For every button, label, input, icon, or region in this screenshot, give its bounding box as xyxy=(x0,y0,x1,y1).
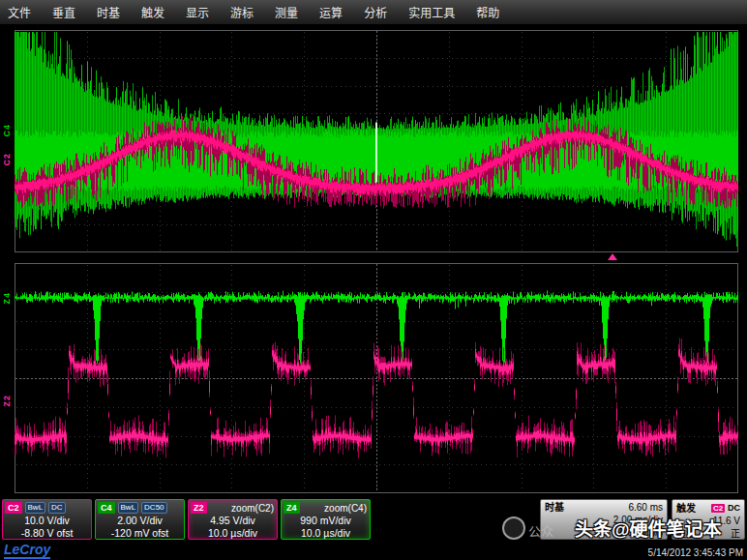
menu-bar: 文件 垂直 时基 触发 显示 游标 测量 运算 分析 实用工具 帮助 xyxy=(0,0,747,25)
c4-volts-per-div: 2.00 V/div xyxy=(96,515,184,527)
timebase-label: 时基 xyxy=(545,501,564,514)
c2-coupling-badge: DC xyxy=(48,502,66,514)
trigger-position-marker[interactable] xyxy=(608,253,617,260)
channel-label-c2: C2 xyxy=(2,153,12,166)
menu-math[interactable]: 运算 xyxy=(319,4,343,20)
c4-offset: -120 mV ofst xyxy=(96,527,184,540)
trigger-slope: 正 xyxy=(731,527,740,540)
zoom-waveform-grid[interactable] xyxy=(15,263,740,495)
z4-source: zoom(C4) xyxy=(324,503,367,514)
descriptor-z4[interactable]: Z4 zoom(C4) 990 mV/div 10.0 µs/div xyxy=(281,499,371,540)
datetime-readout: 5/14/2012 3:45:43 PM xyxy=(648,547,743,558)
z2-volts-per-div: 4.95 V/div xyxy=(189,515,277,527)
descriptor-z2[interactable]: Z2 zoom(C2) 4.95 V/div 10.0 µs/div xyxy=(188,499,278,540)
channel-label-c4: C4 xyxy=(2,124,12,137)
descriptor-c4[interactable]: C4 BwL DC50 2.00 V/div -120 mV ofst xyxy=(95,499,185,540)
channel-label-z4: Z4 xyxy=(2,292,12,305)
trigger-label: 触发 xyxy=(676,502,696,515)
z2-chip: Z2 xyxy=(191,502,207,514)
menu-utilities[interactable]: 实用工具 xyxy=(408,4,455,20)
c2-volts-per-div: 10.0 V/div xyxy=(3,515,91,527)
menu-cursors[interactable]: 游标 xyxy=(230,4,254,20)
wechat-badge-icon xyxy=(502,516,525,540)
menu-file[interactable]: 文件 xyxy=(8,4,31,20)
c2-offset: -8.80 V ofst xyxy=(3,527,91,540)
z4-time-per-div: 10.0 µs/div xyxy=(282,527,370,540)
z2-source: zoom(C2) xyxy=(231,503,274,514)
main-waveform-canvas[interactable] xyxy=(15,30,738,252)
watermark-text: 头条@硬件笔记本 xyxy=(575,515,722,541)
watermark-prefix: 公众 xyxy=(528,521,553,540)
z2-time-per-div: 10.0 µs/div xyxy=(189,527,277,540)
zoom-waveform-canvas[interactable] xyxy=(15,263,738,493)
menu-vertical[interactable]: 垂直 xyxy=(52,4,75,20)
c4-coupling-badge: DC50 xyxy=(141,502,166,514)
descriptor-c2[interactable]: C2 BwL DC 10.0 V/div -8.80 V ofst xyxy=(2,499,92,540)
menu-measure[interactable]: 测量 xyxy=(275,4,298,20)
menu-timebase[interactable]: 时基 xyxy=(97,4,120,20)
descriptor-row: C2 BwL DC 10.0 V/div -8.80 V ofst C4 BwL… xyxy=(2,499,374,542)
z4-volts-per-div: 990 mV/div xyxy=(282,515,370,527)
main-waveform-grid[interactable] xyxy=(15,30,740,254)
channel-label-z2: Z2 xyxy=(2,395,12,407)
menu-trigger[interactable]: 触发 xyxy=(141,4,164,20)
trigger-coupling: DC xyxy=(728,503,740,513)
c2-bwl-badge: BwL xyxy=(25,502,46,514)
z4-chip: Z4 xyxy=(284,502,300,514)
menu-help[interactable]: 帮助 xyxy=(476,4,499,20)
menu-analysis[interactable]: 分析 xyxy=(364,4,387,20)
c2-chip: C2 xyxy=(5,502,22,514)
c4-chip: C4 xyxy=(98,502,115,514)
c4-bwl-badge: BwL xyxy=(118,502,139,514)
timebase-delay: 6.60 ms xyxy=(628,501,663,514)
lecroy-logo: LeCroy xyxy=(4,543,50,559)
menu-display[interactable]: 显示 xyxy=(186,4,209,20)
trigger-source-chip: C2 xyxy=(711,504,725,513)
